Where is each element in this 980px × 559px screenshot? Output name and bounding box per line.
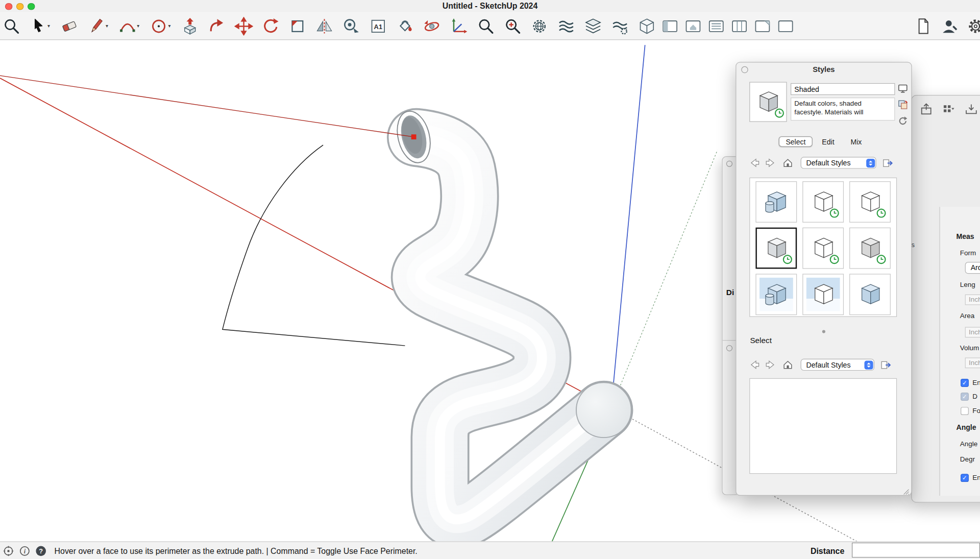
create-style-icon[interactable] bbox=[897, 100, 908, 110]
style-thumb-5[interactable] bbox=[802, 228, 844, 269]
checkbox[interactable]: ✓ bbox=[961, 378, 969, 386]
style-thumb-1[interactable] bbox=[755, 181, 797, 223]
style-thumb-4[interactable] bbox=[755, 228, 797, 269]
terrain-tool[interactable] bbox=[610, 16, 629, 35]
style-thumb-9[interactable] bbox=[849, 274, 891, 315]
styles-panel-header: Styles bbox=[736, 62, 911, 76]
eraser-tool[interactable] bbox=[60, 16, 79, 35]
pushpull-tool[interactable] bbox=[181, 16, 200, 35]
tube-end-cap[interactable] bbox=[576, 382, 631, 438]
zoom-window-tool[interactable] bbox=[503, 16, 522, 35]
update-style-icon[interactable] bbox=[897, 116, 908, 127]
line-tool[interactable]: ▾ bbox=[87, 16, 110, 35]
panel-close-button[interactable] bbox=[741, 66, 748, 72]
search-tool[interactable] bbox=[2, 16, 21, 35]
axes-tool[interactable] bbox=[449, 16, 468, 35]
tab-edit[interactable]: Edit bbox=[815, 136, 841, 147]
sketch-edge-path[interactable] bbox=[223, 145, 405, 346]
resize-handle[interactable] bbox=[902, 487, 909, 493]
home-icon[interactable] bbox=[782, 359, 793, 370]
display-selection-icon[interactable] bbox=[897, 83, 908, 94]
secondary-styles-list[interactable] bbox=[749, 378, 897, 474]
panel-close-button[interactable] bbox=[726, 345, 732, 351]
toolbar-items: ▾▾▾▾A1 bbox=[2, 12, 795, 39]
tab-select[interactable]: Select bbox=[779, 136, 813, 147]
window-page-icon[interactable] bbox=[753, 16, 772, 35]
style-thumb-6[interactable] bbox=[849, 228, 891, 269]
new-document-icon[interactable] bbox=[914, 16, 933, 35]
tab-mix[interactable]: Mix bbox=[844, 136, 869, 147]
sandbox-tool[interactable] bbox=[557, 16, 576, 35]
selected-point-marker[interactable] bbox=[411, 134, 416, 139]
move-tool[interactable] bbox=[234, 16, 253, 35]
units-field-inch[interactable]: Inch bbox=[940, 293, 980, 305]
info-icon[interactable]: i bbox=[19, 546, 30, 556]
view-options-icon[interactable] bbox=[942, 103, 955, 116]
dropdown-caret-icon[interactable]: ▾ bbox=[47, 23, 52, 29]
window-home-icon[interactable] bbox=[684, 16, 703, 35]
account-icon[interactable] bbox=[940, 16, 959, 35]
units-field-inch[interactable]: Inch bbox=[940, 356, 980, 369]
detail-arrow-icon[interactable] bbox=[880, 359, 891, 370]
add-location-tool[interactable] bbox=[530, 16, 549, 35]
circle-tool[interactable]: ▾ bbox=[150, 16, 173, 35]
style-description[interactable]: Default colors, shaded facestyle. Materi… bbox=[791, 98, 895, 120]
window-list-icon[interactable] bbox=[707, 16, 726, 35]
section-resize-dot[interactable] bbox=[822, 330, 825, 333]
followme-tool[interactable] bbox=[208, 16, 227, 35]
tape-measure-tool[interactable] bbox=[342, 16, 361, 35]
panel-close-button[interactable] bbox=[726, 161, 732, 167]
paint-bucket-tool[interactable] bbox=[396, 16, 414, 35]
geolocate-icon[interactable] bbox=[3, 546, 14, 556]
styles-collection-select[interactable]: Default Styles bbox=[801, 157, 876, 168]
style-thumb-7[interactable] bbox=[755, 274, 797, 315]
units-field-fo[interactable]: Fo bbox=[940, 404, 980, 417]
style-thumb-8[interactable] bbox=[802, 274, 844, 315]
help-icon[interactable]: ? bbox=[36, 546, 46, 556]
zoom-tool[interactable] bbox=[476, 16, 495, 35]
home-icon[interactable] bbox=[782, 158, 793, 168]
window-columns-icon[interactable] bbox=[730, 16, 749, 35]
layers-tool[interactable] bbox=[584, 16, 603, 35]
units-field-en[interactable]: ✓En bbox=[940, 471, 980, 483]
checkbox[interactable]: ✓ bbox=[961, 474, 969, 482]
detail-arrow-icon[interactable] bbox=[883, 158, 893, 168]
style-thumb-3[interactable] bbox=[849, 181, 891, 223]
measurement-input[interactable] bbox=[852, 543, 980, 557]
close-window-button[interactable] bbox=[5, 3, 12, 10]
back-arrow-icon[interactable] bbox=[749, 359, 760, 370]
back-arrow-icon[interactable] bbox=[749, 158, 760, 168]
flip-tool[interactable] bbox=[315, 16, 334, 35]
settings-gear-icon[interactable] bbox=[966, 16, 980, 35]
units-field-inch[interactable]: Inch bbox=[940, 326, 980, 338]
orbit-tool[interactable] bbox=[423, 16, 442, 35]
dropdown-caret-icon[interactable]: ▾ bbox=[168, 23, 173, 29]
dropdown-caret-icon[interactable]: ▾ bbox=[106, 23, 110, 29]
zoom-window-button[interactable] bbox=[28, 3, 35, 10]
window-blank-icon[interactable] bbox=[776, 16, 795, 35]
rotate-tool[interactable] bbox=[261, 16, 280, 35]
secondary-collection-select[interactable]: Default Styles bbox=[801, 359, 874, 371]
forward-arrow-icon[interactable] bbox=[765, 359, 776, 370]
units-field-d[interactable]: ✓D bbox=[940, 390, 977, 402]
dropdown-caret-icon[interactable]: ▾ bbox=[137, 23, 141, 29]
style-thumb-2[interactable] bbox=[802, 181, 844, 223]
collapse-panel-icon[interactable] bbox=[964, 103, 978, 116]
dimension-tool[interactable]: A1 bbox=[369, 16, 387, 35]
units-field-arc[interactable]: Arc bbox=[940, 261, 980, 274]
tube-model[interactable] bbox=[392, 108, 631, 519]
units-field-en[interactable]: ✓En bbox=[940, 376, 980, 388]
styles-tabs: SelectEditMix bbox=[736, 136, 911, 147]
arc-tool[interactable]: ▾ bbox=[118, 16, 141, 35]
minimize-window-button[interactable] bbox=[16, 3, 23, 10]
select-tool[interactable]: ▾ bbox=[29, 16, 52, 35]
style-name-input[interactable] bbox=[791, 83, 895, 95]
components-tool[interactable] bbox=[638, 16, 656, 35]
forward-arrow-icon[interactable] bbox=[765, 158, 776, 168]
section-plane-tool[interactable] bbox=[288, 16, 307, 35]
checkbox[interactable]: ✓ bbox=[961, 392, 969, 400]
checkbox[interactable] bbox=[961, 407, 969, 415]
window-sidebar-icon[interactable] bbox=[660, 16, 679, 35]
share-icon[interactable] bbox=[919, 103, 933, 116]
units-field-area: Area bbox=[940, 309, 975, 322]
